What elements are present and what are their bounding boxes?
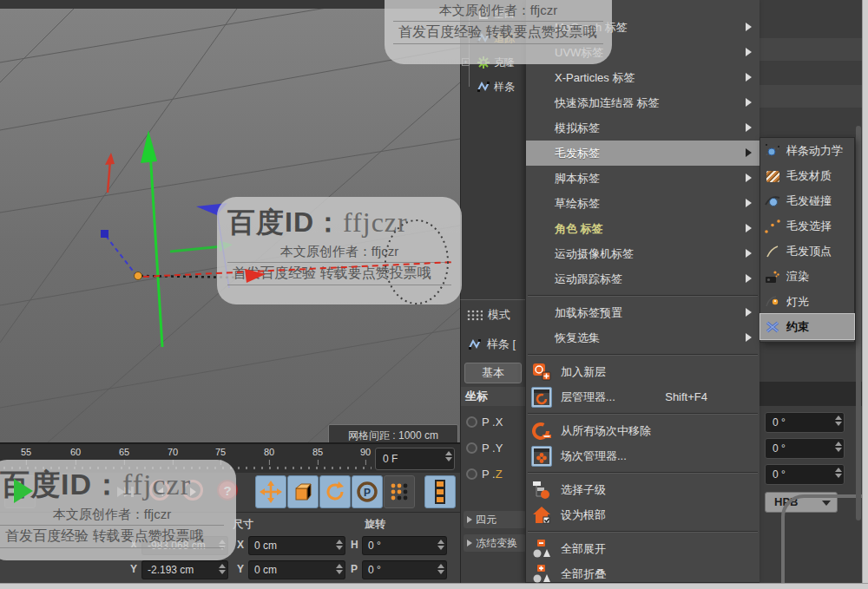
menu-item-sketch-tags[interactable]: 草绘标签 [526,191,760,216]
pz-row[interactable]: P . Z [461,463,526,484]
menu-item-motion-camera-tags[interactable]: 运动摄像机标签 [526,241,760,266]
keyframe-dot-icon[interactable] [466,442,477,454]
menu-separator [528,413,758,415]
size-y-label: Y [237,563,244,575]
svg-text:P: P [364,487,371,499]
menu-separator [528,531,758,533]
menu-item-restore-selection[interactable]: 恢复选集 [526,325,760,350]
menu-separator [528,472,758,474]
rotate-tool-button[interactable] [319,475,351,508]
size-y-field[interactable]: 0 cm [248,560,345,579]
submenu-item-constraint[interactable]: 约束 [760,314,854,339]
menu-item-connector-tags[interactable]: 快速添加连结器 标签 [526,90,760,115]
move-tool-button[interactable] [255,475,286,508]
submenu-arrow-icon [746,173,752,182]
menu-separator [528,354,758,356]
menu-item-motion-tracker-tags[interactable]: 运动跟踪标签 [526,266,760,291]
rot-h-field[interactable]: 0 ° [362,536,447,555]
hair-collide-icon [764,193,781,210]
rot-p-field[interactable]: 0 ° [362,560,447,579]
collapse-all-icon [530,563,552,585]
submenu-item-hair-material[interactable]: 毛发材质 [760,163,854,188]
spline-icon [477,80,490,94]
window-edge [0,583,868,589]
quaternion-fold[interactable]: 四元 [464,511,526,528]
rotation-panel-header [760,382,862,406]
mode-grid-icon [467,310,483,321]
menu-item-hair-tags[interactable]: 毛发标签 [526,141,760,166]
menu-item-simulation-tags[interactable]: 模拟标签 [526,115,760,141]
scale-tool-icon [293,481,313,502]
freeze-fold[interactable]: 冻结变换 [464,534,526,552]
size-x-field[interactable]: 0 cm [248,536,345,555]
tag-context-menu: MoGraph 标签 UVW标签 X-Particles 标签 快速添加连结器 … [525,0,760,583]
current-frame-field[interactable]: 0 F [375,448,455,470]
snap-points-icon [388,481,411,503]
right-scrollbar[interactable] [856,126,861,520]
shortcut-label: Shift+F4 [665,390,707,403]
menu-item-character-tags[interactable]: 角色 标签 [526,216,760,241]
coords-section-label: 坐标 [461,387,526,406]
py-row[interactable]: P . Y [461,437,526,458]
constraint-icon [764,318,781,336]
axis-gizmo [101,130,233,347]
play-icon-overlay [14,479,33,503]
submenu-item-hair-vertex[interactable]: 毛发顶点 [760,239,854,264]
menu-item-load-tag-preset[interactable]: 加载标签预置 [526,300,760,325]
watermark-top: 百度ID：ffjczr 本文原创作者：ffjczr 首发百度经验 转载要点赞投票… [385,0,612,64]
spline-object-icon [467,337,483,351]
menu-item-add-to-new-layer[interactable]: 加入新层 [526,359,760,384]
menu-separator [528,295,758,297]
timeline-tick: 55 [21,447,31,457]
submenu-item-hair-select[interactable]: 毛发选择 [760,213,854,239]
frame-stepper[interactable] [445,451,452,461]
object-row[interactable]: 样条 [ [461,333,526,356]
menu-item-unfold-all[interactable]: 全部展开 [526,536,760,561]
submenu-arrow-icon [746,199,752,207]
keyframe-dot-icon[interactable] [466,416,477,428]
hair-tags-submenu: 样条动力学 毛发材质 毛发碰撞 毛发选择 毛发顶点 [760,137,855,343]
coord-system-icon: P [356,481,378,503]
filmstrip-button[interactable] [424,475,456,508]
timeline-tick: 80 [264,447,274,457]
menu-item-layer-manager[interactable]: 层管理器... Shift+F4 [526,384,760,409]
rot-field-2[interactable]: 0 ° [765,438,845,459]
submenu-arrow-icon [746,123,752,132]
add-layer-icon [530,361,552,383]
submenu-item-spline-dynamics[interactable]: 样条动力学 [760,138,854,163]
right-background-panel [760,0,862,134]
submenu-item-light[interactable]: 灯光 [760,289,854,314]
menu-item-take-manager[interactable]: 场次管理器... [526,443,760,468]
select-children-icon [530,479,552,501]
object-item-spline[interactable]: 样条 [461,77,526,96]
timeline-tick: 65 [119,447,129,457]
watermark-center: 百度ID：ffjczr 本文原创作者：ffjczr 首发百度经验 转载要点赞投票… [217,197,462,304]
submenu-arrow-icon [746,23,752,31]
snap-points-button[interactable] [384,475,415,508]
mode-row[interactable]: 模式 [461,304,526,326]
submenu-item-hair-collide[interactable]: 毛发碰撞 [760,188,854,213]
menu-item-select-children[interactable]: 选择子级 [526,477,760,502]
menu-item-script-tags[interactable]: 脚本标签 [526,166,760,191]
menu-item-remove-from-takes[interactable]: 从所有场次中移除 [526,418,760,443]
submenu-arrow-icon [746,48,752,56]
tab-basic[interactable]: 基本 [464,363,522,383]
app-window: 网格间距 : 1000 cm 55 60 65 70 75 80 85 90 0… [0,0,868,589]
submenu-arrow-icon [746,308,752,317]
rot-field-1[interactable]: 0 ° [765,412,845,433]
rotate-tool-icon [324,481,346,503]
coord-system-button[interactable]: P [352,475,383,508]
submenu-item-render[interactable]: 渲染 [760,264,854,289]
px-row[interactable]: P . X [461,411,526,432]
window-edge [862,0,868,589]
rot-field-3[interactable]: 0 ° [765,464,845,485]
timeline-tick: 70 [168,447,178,457]
filmstrip-icon [430,479,450,505]
pos-y-field[interactable]: -2.193 cm [141,560,228,579]
menu-item-set-as-root[interactable]: 设为根部 [526,502,760,527]
menu-item-xparticles-tags[interactable]: X-Particles 标签 [526,65,760,90]
take-manager-icon [530,445,552,467]
expand-all-icon [530,538,552,560]
scale-tool-button[interactable] [287,475,319,508]
keyframe-dot-icon[interactable] [466,468,477,480]
